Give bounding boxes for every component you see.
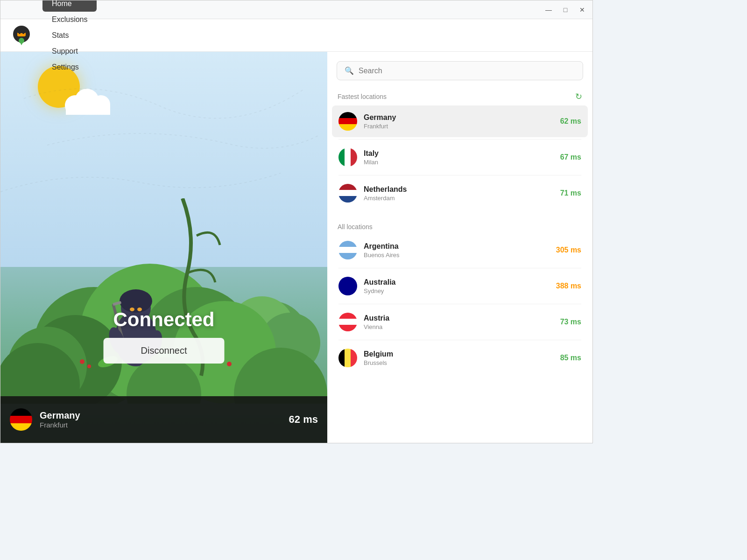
status-city: Frankfurt — [40, 421, 282, 429]
search-container: 🔍 — [327, 52, 592, 85]
fastest-section-title: Fastest locations — [338, 93, 387, 100]
location-info: NetherlandsAmsterdam — [364, 185, 554, 202]
location-city: Amsterdam — [364, 195, 554, 202]
status-info: Germany Frankfurt — [40, 410, 282, 429]
location-item[interactable]: BelgiumBrussels85 ms — [332, 342, 588, 374]
flag-circle — [338, 313, 357, 331]
bush-illustration — [0, 198, 327, 406]
svg-rect-3 — [17, 29, 26, 33]
maximize-button[interactable]: □ — [561, 5, 570, 14]
svg-point-4 — [19, 32, 21, 34]
status-flag — [10, 408, 32, 431]
status-bar: Germany Frankfurt 62 ms — [0, 396, 327, 443]
fastest-section-header: Fastest locations ↻ — [332, 85, 588, 105]
main-content: Connected Disconnect Germany Frankfurt 6… — [0, 52, 592, 443]
nav-item-home[interactable]: Home — [42, 0, 97, 12]
nav-item-stats[interactable]: Stats — [42, 28, 97, 43]
right-panel: 🔍 Fastest locations ↻ GermanyFrankfurt62… — [327, 52, 592, 443]
locations-list[interactable]: Fastest locations ↻ GermanyFrankfurt62 m… — [327, 85, 592, 443]
location-item[interactable]: AustriaVienna73 ms — [332, 306, 588, 338]
location-info: AustraliaSydney — [364, 278, 550, 294]
location-info: GermanyFrankfurt — [364, 113, 554, 130]
location-item[interactable]: ItalyMilan67 ms — [332, 141, 588, 173]
location-latency: 71 ms — [560, 189, 581, 197]
search-icon: 🔍 — [345, 66, 354, 75]
refresh-icon[interactable]: ↻ — [575, 91, 582, 102]
all-section-header: All locations — [332, 217, 588, 234]
search-box[interactable]: 🔍 — [337, 61, 583, 80]
location-info: ArgentinaBuenos Aires — [364, 242, 550, 259]
divider — [338, 340, 581, 340]
flag-circle — [338, 277, 357, 295]
divider — [338, 304, 581, 304]
location-item[interactable]: NetherlandsAmsterdam71 ms — [332, 177, 588, 209]
flag-circle — [338, 184, 357, 203]
location-item[interactable]: ArgentinaBuenos Aires305 ms — [332, 234, 588, 266]
location-city: Brussels — [364, 359, 554, 366]
location-latency: 388 ms — [556, 282, 581, 290]
location-item[interactable]: AustraliaSydney388 ms — [332, 270, 588, 302]
flag-circle — [338, 241, 357, 259]
minimize-button[interactable]: — — [544, 5, 553, 14]
left-panel: Connected Disconnect Germany Frankfurt 6… — [0, 52, 327, 443]
navbar: HomeExclusionsStatsSupportSettings — [0, 19, 592, 52]
location-city: Frankfurt — [364, 123, 554, 130]
location-country: Belgium — [364, 350, 554, 358]
location-country: Netherlands — [364, 185, 554, 194]
location-country: Germany — [364, 113, 554, 122]
location-latency: 305 ms — [556, 246, 581, 254]
divider — [338, 268, 581, 268]
search-input[interactable] — [359, 67, 575, 75]
location-info: ItalyMilan — [364, 149, 554, 166]
location-latency: 73 ms — [560, 318, 581, 326]
close-button[interactable]: ✕ — [578, 5, 587, 14]
flag-circle — [338, 349, 357, 367]
divider — [338, 175, 581, 175]
location-latency: 67 ms — [560, 153, 581, 161]
nav-item-support[interactable]: Support — [42, 43, 97, 59]
location-country: Italy — [364, 149, 554, 158]
location-info: AustriaVienna — [364, 314, 554, 330]
nav-items: HomeExclusionsStatsSupportSettings — [42, 0, 97, 75]
location-country: Australia — [364, 278, 550, 287]
nav-item-exclusions[interactable]: Exclusions — [42, 12, 97, 28]
flag-circle — [338, 148, 357, 167]
status-latency: 62 ms — [289, 413, 318, 426]
svg-point-7 — [19, 38, 24, 43]
location-item[interactable]: GermanyFrankfurt62 ms — [332, 105, 588, 137]
all-section-title: All locations — [338, 223, 373, 231]
location-country: Austria — [364, 314, 554, 322]
divider — [338, 139, 581, 140]
svg-point-5 — [22, 32, 24, 34]
svg-point-34 — [227, 362, 232, 366]
connected-label: Connected — [113, 308, 214, 331]
location-city: Milan — [364, 159, 554, 166]
svg-point-32 — [80, 359, 85, 364]
svg-point-33 — [87, 364, 91, 368]
location-info: BelgiumBrussels — [364, 350, 554, 366]
all-locations-list: ArgentinaBuenos Aires305 msAustraliaSydn… — [332, 234, 588, 374]
location-city: Buenos Aires — [364, 252, 550, 259]
disconnect-button[interactable]: Disconnect — [104, 338, 225, 364]
nav-item-settings[interactable]: Settings — [42, 59, 97, 75]
app-logo — [10, 24, 33, 47]
location-country: Argentina — [364, 242, 550, 251]
flag-circle — [338, 112, 357, 131]
fastest-locations-list: GermanyFrankfurt62 msItalyMilan67 msNeth… — [332, 105, 588, 209]
location-city: Vienna — [364, 323, 554, 330]
location-latency: 85 ms — [560, 354, 581, 362]
location-latency: 62 ms — [560, 117, 581, 126]
location-city: Sydney — [364, 287, 550, 294]
status-country: Germany — [40, 410, 282, 421]
